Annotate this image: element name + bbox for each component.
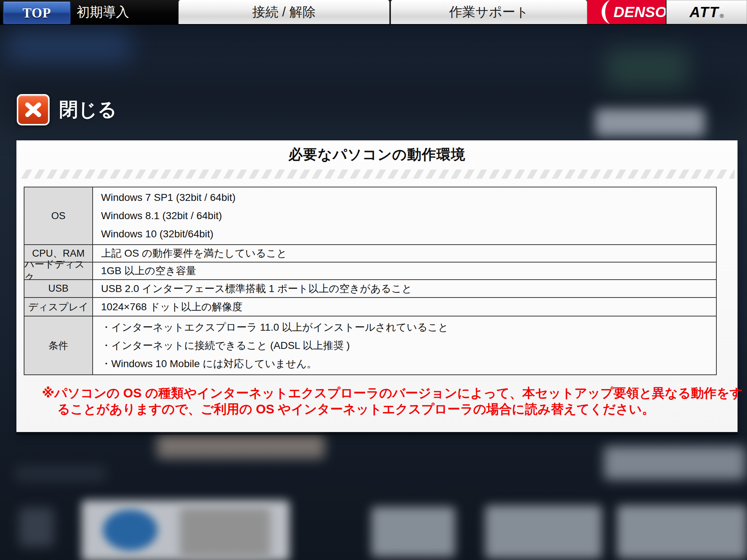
content-line: ・インターネットに接続できること (ADSL 以上推奨 ) [101,337,716,355]
blurred-background-shape [103,510,158,551]
blurred-background-shape [617,505,747,559]
close-button[interactable] [17,94,50,125]
blurred-background-shape [606,48,688,89]
blurred-background-shape [7,30,131,63]
close-label: 閉じる [59,97,117,122]
content-line: Windows 8.1 (32bit / 64bit) [101,207,716,225]
requirements-modal: 必要なパソコンの動作環境 OS Windows 7 SP1 (32bit / 6… [16,140,738,432]
table-row-display: ディスプレイ 1024×768 ドット以上の解像度 [24,298,716,316]
top-button-label: TOP [23,5,51,21]
table-row-conditions: 条件 ・インターネットエクスプローラ 11.0 以上がインストールされていること… [24,316,716,374]
content-line: Windows 7 SP1 (32bit / 64bit) [101,188,716,207]
tab-connect-disconnect[interactable]: 接続 / 解除 [178,0,390,24]
registered-trademark-icon: ® [720,13,724,19]
content-line: 1024×768 ドット以上の解像度 [101,298,716,316]
modal-title: 必要なパソコンの動作環境 [16,145,738,164]
blurred-background-shape [179,508,271,558]
stripe-divider [19,170,735,179]
denso-logo: DENSO [587,0,666,24]
att-logo: ATT ® [666,0,747,24]
note-line: ※パソコンの OS の種類やインターネットエクスプローラのバージョンによって、本… [42,385,743,402]
tab-work-support[interactable]: 作業サポート [391,0,587,24]
blurred-background-shape [595,109,705,136]
blurred-background-shape [15,465,106,482]
content-line: ・Windows 10 Mobile には対応していません。 [101,355,716,373]
row-content: Windows 7 SP1 (32bit / 64bit) Windows 8.… [93,187,716,244]
content-line: USB 2.0 インターフェース標準搭載 1 ポート以上の空きがあること [101,280,716,298]
header-bar: TOP 初期導入 接続 / 解除 作業サポート DENSO ATT ® [0,0,747,25]
row-label: OS [24,187,93,244]
row-content: ・インターネットエクスプローラ 11.0 以上がインストールされていること ・イ… [93,316,716,374]
x-icon [23,100,43,119]
table-row-cpu-ram: CPU、RAM 上記 OS の動作要件を満たしていること [24,245,716,262]
row-content: 上記 OS の動作要件を満たしていること [93,245,716,262]
close-control[interactable]: 閉じる [17,94,117,125]
tab-initial-setup[interactable]: 初期導入 [48,0,158,24]
content-line: ・インターネットエクスプローラ 11.0 以上がインストールされていること [101,318,716,337]
tab-label: 作業サポート [449,3,529,21]
content-line: 1GB 以上の空き容量 [101,262,716,280]
content-line: Windows 10 (32bit/64bit) [101,225,716,243]
note-line: ることがありますので、ご利用の OS やインターネットエクスプローラの場合に読み… [57,401,655,418]
table-row-hdd: ハードディスク 1GB 以上の空き容量 [24,262,716,280]
blurred-background-shape [157,433,325,459]
blurred-background-shape [485,505,602,559]
row-content: 1GB 以上の空き容量 [93,262,716,279]
row-label: USB [24,280,93,297]
tab-label: 接続 / 解除 [252,3,316,21]
att-logo-text: ATT [690,4,719,20]
denso-logo-text: DENSO [614,4,666,21]
row-label: ディスプレイ [24,298,93,316]
table-row-os: OS Windows 7 SP1 (32bit / 64bit) Windows… [24,187,716,245]
content-line: 上記 OS の動作要件を満たしていること [101,244,716,262]
tab-label: 初期導入 [77,3,129,21]
table-row-usb: USB USB 2.0 インターフェース標準搭載 1 ポート以上の空きがあること [24,280,716,298]
row-content: USB 2.0 インターフェース標準搭載 1 ポート以上の空きがあること [93,280,716,297]
row-content: 1024×768 ドット以上の解像度 [93,298,716,316]
app-screen: TOP 初期導入 接続 / 解除 作業サポート DENSO ATT ® 閉じる [0,0,747,560]
row-label: 条件 [24,316,93,374]
requirements-table: OS Windows 7 SP1 (32bit / 64bit) Windows… [24,187,717,375]
blurred-background-shape [19,508,54,547]
blurred-background-shape [371,507,455,557]
blurred-background-shape [604,446,746,480]
row-label: ハードディスク [24,262,93,279]
denso-crescent-icon [595,0,615,24]
